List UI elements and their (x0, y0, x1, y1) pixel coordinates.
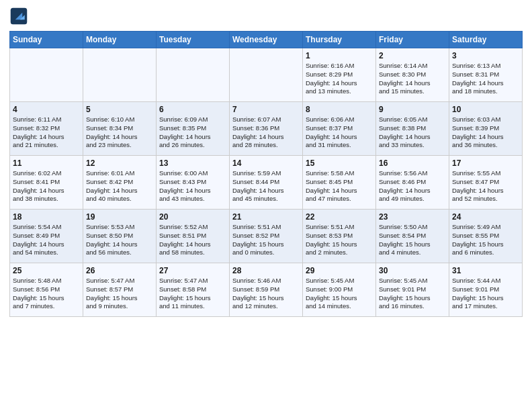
day-cell: 29Sunrise: 5:45 AMSunset: 9:00 PMDayligh… (303, 263, 376, 317)
day-info: Sunrise: 6:16 AMSunset: 8:29 PMDaylight:… (306, 62, 373, 96)
day-cell: 27Sunrise: 5:47 AMSunset: 8:58 PMDayligh… (157, 263, 230, 317)
header-cell-saturday: Saturday (449, 32, 523, 48)
day-number: 21 (232, 212, 300, 222)
day-number: 23 (379, 212, 446, 222)
day-cell: 14Sunrise: 5:59 AMSunset: 8:44 PMDayligh… (230, 156, 303, 210)
day-info: Sunrise: 6:14 AMSunset: 8:30 PMDaylight:… (379, 62, 446, 96)
day-cell (83, 48, 157, 102)
day-cell: 25Sunrise: 5:48 AMSunset: 8:56 PMDayligh… (10, 263, 83, 317)
day-cell: 24Sunrise: 5:49 AMSunset: 8:55 PMDayligh… (449, 210, 523, 263)
day-number: 28 (232, 266, 300, 275)
day-info: Sunrise: 5:52 AMSunset: 8:51 PMDaylight:… (159, 223, 226, 257)
day-number: 20 (159, 212, 226, 222)
day-number: 17 (452, 158, 519, 168)
header-cell-wednesday: Wednesday (230, 32, 303, 48)
day-info: Sunrise: 5:59 AMSunset: 8:44 PMDaylight:… (232, 169, 300, 203)
calendar-body: 1Sunrise: 6:16 AMSunset: 8:29 PMDaylight… (10, 48, 523, 317)
day-number: 11 (13, 158, 80, 168)
day-info: Sunrise: 5:44 AMSunset: 9:01 PMDaylight:… (452, 277, 519, 311)
day-info: Sunrise: 5:47 AMSunset: 8:58 PMDaylight:… (159, 277, 226, 311)
week-row-2: 11Sunrise: 6:02 AMSunset: 8:41 PMDayligh… (10, 156, 523, 210)
day-number: 29 (306, 266, 373, 275)
header-cell-monday: Monday (83, 32, 157, 48)
day-number: 19 (86, 212, 153, 222)
day-cell: 26Sunrise: 5:47 AMSunset: 8:57 PMDayligh… (83, 263, 157, 317)
day-info: Sunrise: 6:07 AMSunset: 8:36 PMDaylight:… (232, 116, 300, 150)
day-info: Sunrise: 5:48 AMSunset: 8:56 PMDaylight:… (13, 277, 80, 311)
day-number: 14 (232, 158, 300, 168)
day-number: 8 (306, 105, 373, 114)
week-row-1: 4Sunrise: 6:11 AMSunset: 8:32 PMDaylight… (10, 102, 523, 156)
day-number: 9 (379, 105, 446, 114)
day-info: Sunrise: 5:54 AMSunset: 8:49 PMDaylight:… (13, 223, 80, 257)
week-row-0: 1Sunrise: 6:16 AMSunset: 8:29 PMDaylight… (10, 48, 523, 102)
day-cell: 10Sunrise: 6:03 AMSunset: 8:39 PMDayligh… (449, 102, 523, 156)
day-number: 31 (452, 266, 519, 275)
calendar-table: SundayMondayTuesdayWednesdayThursdayFrid… (9, 31, 523, 317)
day-cell: 6Sunrise: 6:09 AMSunset: 8:35 PMDaylight… (157, 102, 230, 156)
header-cell-thursday: Thursday (303, 32, 376, 48)
day-info: Sunrise: 6:11 AMSunset: 8:32 PMDaylight:… (13, 116, 80, 150)
day-number: 6 (159, 105, 226, 114)
day-number: 13 (159, 158, 226, 168)
day-cell: 30Sunrise: 5:45 AMSunset: 9:01 PMDayligh… (376, 263, 449, 317)
week-row-4: 25Sunrise: 5:48 AMSunset: 8:56 PMDayligh… (10, 263, 523, 317)
day-info: Sunrise: 5:47 AMSunset: 8:57 PMDaylight:… (86, 277, 153, 311)
day-info: Sunrise: 5:58 AMSunset: 8:45 PMDaylight:… (306, 169, 373, 203)
calendar-header: SundayMondayTuesdayWednesdayThursdayFrid… (10, 32, 523, 48)
day-cell: 13Sunrise: 6:00 AMSunset: 8:43 PMDayligh… (157, 156, 230, 210)
day-cell: 16Sunrise: 5:56 AMSunset: 8:46 PMDayligh… (376, 156, 449, 210)
day-cell: 7Sunrise: 6:07 AMSunset: 8:36 PMDaylight… (230, 102, 303, 156)
day-info: Sunrise: 5:55 AMSunset: 8:47 PMDaylight:… (452, 169, 519, 203)
day-info: Sunrise: 5:45 AMSunset: 9:01 PMDaylight:… (379, 277, 446, 311)
day-cell: 21Sunrise: 5:51 AMSunset: 8:52 PMDayligh… (230, 210, 303, 263)
day-number: 24 (452, 212, 519, 222)
day-number: 16 (379, 158, 446, 168)
day-info: Sunrise: 5:46 AMSunset: 8:59 PMDaylight:… (232, 277, 300, 311)
day-number: 3 (452, 51, 519, 60)
day-cell: 23Sunrise: 5:50 AMSunset: 8:54 PMDayligh… (376, 210, 449, 263)
day-cell: 5Sunrise: 6:10 AMSunset: 8:34 PMDaylight… (83, 102, 157, 156)
day-cell: 8Sunrise: 6:06 AMSunset: 8:37 PMDaylight… (303, 102, 376, 156)
day-info: Sunrise: 5:53 AMSunset: 8:50 PMDaylight:… (86, 223, 153, 257)
day-cell: 3Sunrise: 6:13 AMSunset: 8:31 PMDaylight… (449, 48, 523, 102)
day-number: 7 (232, 105, 300, 114)
day-number: 22 (306, 212, 373, 222)
header-cell-friday: Friday (376, 32, 449, 48)
day-number: 12 (86, 158, 153, 168)
day-cell: 9Sunrise: 6:05 AMSunset: 8:38 PMDaylight… (376, 102, 449, 156)
day-info: Sunrise: 6:02 AMSunset: 8:41 PMDaylight:… (13, 169, 80, 203)
day-info: Sunrise: 5:51 AMSunset: 8:52 PMDaylight:… (232, 223, 300, 257)
header-row: SundayMondayTuesdayWednesdayThursdayFrid… (10, 32, 523, 48)
logo-icon (9, 7, 28, 26)
day-cell: 17Sunrise: 5:55 AMSunset: 8:47 PMDayligh… (449, 156, 523, 210)
day-cell: 28Sunrise: 5:46 AMSunset: 8:59 PMDayligh… (230, 263, 303, 317)
day-info: Sunrise: 6:00 AMSunset: 8:43 PMDaylight:… (159, 169, 226, 203)
day-cell: 12Sunrise: 6:01 AMSunset: 8:42 PMDayligh… (83, 156, 157, 210)
day-info: Sunrise: 5:51 AMSunset: 8:53 PMDaylight:… (306, 223, 373, 257)
day-cell (157, 48, 230, 102)
header-cell-sunday: Sunday (10, 32, 83, 48)
day-number: 18 (13, 212, 80, 222)
day-cell: 19Sunrise: 5:53 AMSunset: 8:50 PMDayligh… (83, 210, 157, 263)
day-number: 10 (452, 105, 519, 114)
day-info: Sunrise: 5:49 AMSunset: 8:55 PMDaylight:… (452, 223, 519, 257)
day-info: Sunrise: 6:01 AMSunset: 8:42 PMDaylight:… (86, 169, 153, 203)
header-cell-tuesday: Tuesday (157, 32, 230, 48)
logo (9, 7, 31, 26)
day-number: 30 (379, 266, 446, 275)
day-number: 25 (13, 266, 80, 275)
day-info: Sunrise: 6:13 AMSunset: 8:31 PMDaylight:… (452, 62, 519, 96)
day-info: Sunrise: 5:45 AMSunset: 9:00 PMDaylight:… (306, 277, 373, 311)
day-cell: 31Sunrise: 5:44 AMSunset: 9:01 PMDayligh… (449, 263, 523, 317)
day-cell: 2Sunrise: 6:14 AMSunset: 8:30 PMDaylight… (376, 48, 449, 102)
day-cell (10, 48, 83, 102)
day-cell: 22Sunrise: 5:51 AMSunset: 8:53 PMDayligh… (303, 210, 376, 263)
day-number: 5 (86, 105, 153, 114)
day-cell: 15Sunrise: 5:58 AMSunset: 8:45 PMDayligh… (303, 156, 376, 210)
day-number: 27 (159, 266, 226, 275)
day-cell: 11Sunrise: 6:02 AMSunset: 8:41 PMDayligh… (10, 156, 83, 210)
day-number: 15 (306, 158, 373, 168)
day-cell (230, 48, 303, 102)
day-info: Sunrise: 5:50 AMSunset: 8:54 PMDaylight:… (379, 223, 446, 257)
